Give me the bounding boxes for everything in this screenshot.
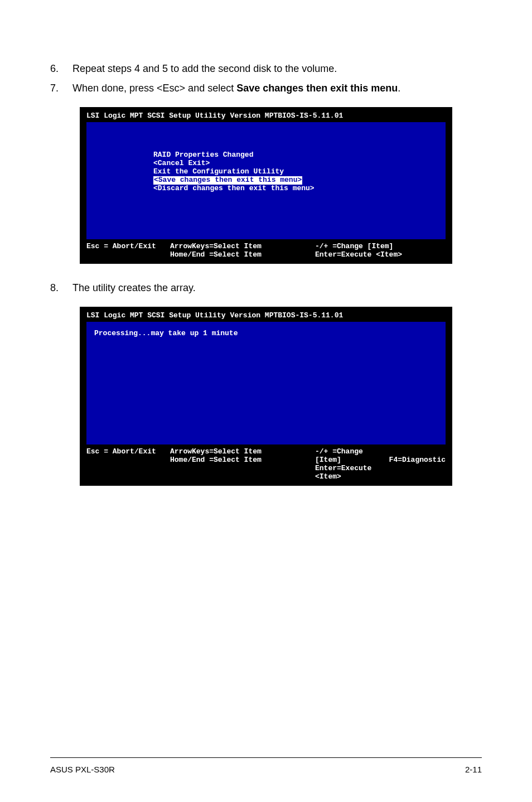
- step-number: 7.: [50, 81, 72, 96]
- menu-cancel-exit[interactable]: <Cancel Exit>: [153, 160, 439, 168]
- footer-enter: Enter=Execute <Item>: [315, 465, 389, 481]
- bios-footer: Esc = Abort/Exit ArrowKeys=Select Item H…: [86, 448, 446, 481]
- step-text-part-a: When done, press <Esc> and select: [72, 83, 236, 94]
- page-footer: ASUS PXL-S30R 2-11: [50, 757, 482, 774]
- step-8: 8. The utility creates the array.: [50, 281, 482, 296]
- footer-arrow-2: Home/End =Select Item: [170, 251, 315, 259]
- footer-diag: F4=Diagnostic: [389, 448, 446, 481]
- footer-change: -/+ =Change [Item]: [315, 243, 446, 251]
- footer-change-enter: -/+ =Change [Item] Enter=Execute <Item>: [315, 243, 446, 259]
- bios-body: RAID Properties Changed <Cancel Exit> Ex…: [86, 122, 446, 239]
- step-text: The utility creates the array.: [72, 281, 482, 296]
- bios-title-line: RAID Properties Changed: [153, 151, 439, 160]
- menu-save-changes[interactable]: <Save changes then exit this menu>: [153, 176, 439, 185]
- processing-text: Processing...may take up 1 minute: [94, 330, 438, 338]
- footer-page-number: 2-11: [465, 765, 482, 774]
- footer-product: ASUS PXL-S30R: [50, 765, 115, 774]
- footer-change-enter: -/+ =Change [Item] Enter=Execute <Item>: [315, 448, 389, 481]
- footer-esc: Esc = Abort/Exit: [86, 243, 170, 259]
- bios-header: LSI Logic MPT SCSI Setup Utility Version…: [86, 112, 446, 120]
- selected-menu-item: <Save changes then exit this menu>: [153, 176, 302, 185]
- step-7: 7. When done, press <Esc> and select Sav…: [50, 81, 482, 96]
- menu-discard-changes[interactable]: <Discard changes then exit this menu>: [153, 185, 439, 193]
- step-number: 6.: [50, 61, 72, 76]
- step-text: Repeat steps 4 and 5 to add the second d…: [72, 61, 482, 76]
- footer-arrow-2: Home/End =Select Item: [170, 456, 315, 465]
- footer-arrows: ArrowKeys=Select Item Home/End =Select I…: [170, 243, 315, 259]
- footer-esc: Esc = Abort/Exit: [86, 448, 170, 481]
- footer-arrows: ArrowKeys=Select Item Home/End =Select I…: [170, 448, 315, 481]
- footer-change: -/+ =Change [Item]: [315, 448, 389, 465]
- bios-menu: RAID Properties Changed <Cancel Exit> Ex…: [93, 128, 439, 193]
- bios-footer: Esc = Abort/Exit ArrowKeys=Select Item H…: [86, 243, 446, 259]
- step-text-part-c: .: [398, 83, 400, 94]
- step-6: 6. Repeat steps 4 and 5 to add the secon…: [50, 61, 482, 76]
- step-text: When done, press <Esc> and select Save c…: [72, 81, 482, 96]
- footer-arrow-1: ArrowKeys=Select Item: [170, 448, 315, 456]
- footer-f4: F4=Diagnostic: [389, 456, 446, 465]
- menu-exit-config[interactable]: Exit the Configuration Utility: [153, 168, 439, 176]
- bios-screenshot-2: LSI Logic MPT SCSI Setup Utility Version…: [80, 307, 452, 486]
- bios-screenshot-1: LSI Logic MPT SCSI Setup Utility Version…: [80, 107, 452, 264]
- step-number: 8.: [50, 281, 72, 296]
- footer-enter: Enter=Execute <Item>: [315, 251, 446, 259]
- footer-arrow-1: ArrowKeys=Select Item: [170, 243, 315, 251]
- step-text-bold: Save changes then exit this menu: [236, 83, 398, 94]
- bios-header: LSI Logic MPT SCSI Setup Utility Version…: [86, 311, 446, 320]
- bios-body: Processing...may take up 1 minute: [86, 322, 446, 445]
